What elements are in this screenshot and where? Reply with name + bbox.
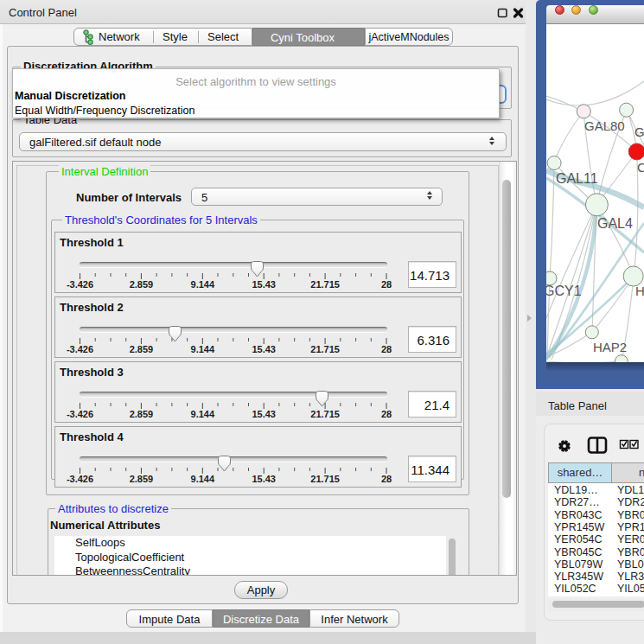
svg-text:GAL4: GAL4 <box>597 216 633 231</box>
svg-text:HAP2: HAP2 <box>593 340 627 354</box>
svg-text:HA: HA <box>635 284 644 298</box>
svg-text:GAL80: GAL80 <box>584 118 625 133</box>
svg-text:GAL11: GAL11 <box>556 171 598 186</box>
svg-text:GCY1: GCY1 <box>546 284 582 298</box>
svg-text:GA: GA <box>634 124 644 139</box>
svg-text:C: C <box>637 160 644 175</box>
